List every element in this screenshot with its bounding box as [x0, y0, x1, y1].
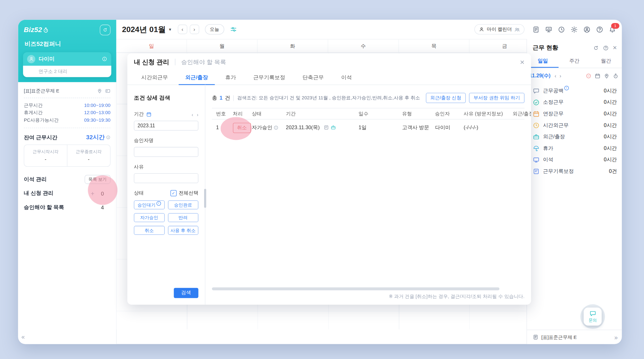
minus-circle-icon[interactable] — [586, 73, 591, 79]
sidebar-item-away-management[interactable]: 이석 관리 목록 보기 — [24, 173, 111, 186]
today-button[interactable]: 오늘 — [205, 24, 224, 35]
next-day-icon[interactable]: › — [559, 73, 561, 79]
search-button[interactable]: 검색 — [174, 288, 198, 298]
sync-button[interactable] — [100, 25, 110, 35]
dashboard-icon[interactable] — [545, 25, 552, 33]
cancel-button[interactable]: 취소 — [233, 123, 251, 133]
info-icon[interactable] — [274, 125, 279, 130]
cell-no: 1 — [216, 125, 233, 130]
delegate-authority-button[interactable]: 부서장 권한 위임 하기 — [469, 93, 524, 103]
help-icon[interactable] — [596, 25, 603, 33]
note-icon — [533, 168, 540, 175]
stat-label: 외근/출장 — [543, 133, 565, 140]
location-pin-icon[interactable] — [97, 88, 102, 94]
board-list-icon[interactable] — [532, 25, 540, 33]
select-all-checkbox[interactable]: ✓ 전체선택 — [170, 190, 198, 196]
bell-icon[interactable]: 1 — [609, 25, 616, 33]
status-canceled-after-use-button[interactable]: 사용 후 취소 — [168, 226, 198, 235]
record-icon[interactable] — [324, 124, 329, 130]
period-next-icon[interactable]: › — [197, 112, 198, 117]
prev-day-icon[interactable]: ‹ — [555, 73, 556, 79]
filter-sliders-icon[interactable] — [230, 26, 237, 33]
timer-icon[interactable] — [613, 73, 619, 79]
approver-input[interactable] — [134, 147, 198, 157]
horizontal-scrollbar[interactable] — [212, 287, 499, 290]
tab-away[interactable]: 이석 — [335, 71, 358, 85]
inquiry-label: 문의 — [589, 318, 597, 323]
period-input[interactable] — [134, 121, 198, 130]
collapse-panel-icon[interactable]: » — [614, 334, 618, 340]
away-management-label: 이석 관리 — [24, 176, 47, 183]
profile-icon[interactable] — [583, 25, 591, 33]
sidebar-item-approvals[interactable]: 승인해야 할 목록 4 — [24, 200, 111, 214]
panel-footer: [표]표준근무제 E » — [527, 330, 622, 344]
clock-box: 근무시작시각 - 근무종료시각 - — [24, 145, 111, 167]
info-icon[interactable] — [102, 56, 107, 62]
stat-label: 휴가 — [543, 145, 553, 152]
inquiry-button[interactable]: 문의 — [584, 307, 602, 325]
my-calendar-button[interactable]: 마이 캘린더 — [475, 24, 525, 35]
status-canceled-button[interactable]: 취소 — [134, 226, 164, 235]
month-dropdown-caret-icon[interactable]: ▼ — [168, 27, 172, 31]
modal-subtitle: 승인해야 할 목록 — [181, 58, 520, 66]
table-header: 번호 처리 상태 기간 일수 유형 승인자 사유 (방문지정보) 외근/출장 — [212, 108, 525, 120]
stat-value: 0시간 — [604, 87, 617, 94]
people-icon — [514, 26, 520, 32]
tab-weekly[interactable]: 주간 — [558, 55, 590, 68]
total-count: 총 1 건 — [212, 94, 230, 102]
table-row[interactable]: 1 취소 자가승인 2023.11.30(목) 1일 고객사 방문 — [212, 119, 525, 136]
reason-input[interactable] — [134, 173, 198, 183]
weekday-fri: 금 — [469, 39, 527, 52]
id-card-icon[interactable] — [105, 88, 110, 94]
refresh-icon[interactable] — [593, 45, 599, 51]
request-business-trip-button[interactable]: 외근/출장 신청 — [426, 93, 466, 103]
tab-business-trip[interactable]: 외근/출장 — [179, 71, 214, 85]
info-icon[interactable] — [106, 135, 110, 140]
stat-label: 이석 — [543, 156, 553, 163]
collapse-sidebar-icon[interactable]: « — [21, 333, 25, 340]
close-icon[interactable]: × — [613, 44, 617, 51]
location-pin-icon[interactable] — [604, 73, 609, 79]
prev-month-button[interactable]: ‹ — [178, 25, 187, 34]
divider — [234, 95, 234, 101]
briefcase-icon[interactable] — [330, 124, 336, 130]
panel-footer-policy: [표]표준근무제 E — [541, 334, 577, 340]
next-month-button[interactable]: › — [190, 25, 199, 34]
stat-value: 0시간 — [604, 99, 617, 106]
tab-monthly[interactable]: 월간 — [590, 55, 622, 68]
status-rejected-button[interactable]: 반려 — [168, 213, 198, 222]
weekday-mon: 월 — [187, 39, 258, 52]
tab-daily[interactable]: 일일 — [527, 55, 559, 68]
view-list-button[interactable]: 목록 보기 — [85, 175, 110, 184]
user-card: 다이미 연구소 2 대리 — [23, 52, 111, 77]
tab-reduced-work[interactable]: 단축근무 — [296, 71, 330, 85]
help-icon[interactable] — [603, 45, 608, 51]
status-self-approved-button[interactable]: 자가승인 — [134, 213, 164, 222]
status-approved-button[interactable]: 승인완료 — [168, 200, 198, 209]
work-time-row: 근무시간 10:00~19:00 — [24, 102, 111, 109]
status-pending-label: 승인대기 — [137, 202, 155, 208]
sidebar-item-my-requests[interactable]: 내 신청 관리 + 0 — [24, 186, 111, 200]
my-requests-count: 0 — [101, 190, 104, 196]
chat-fab: 문의 — [580, 304, 605, 329]
request-list-panel: 총 1 건 검색조건: 모든 승인대기 건 및 2023년 11월 , 승인완료… — [205, 85, 531, 305]
calendar-icon[interactable] — [595, 73, 600, 79]
calendar-toggle-icon[interactable] — [146, 112, 152, 117]
close-icon[interactable]: × — [520, 58, 525, 66]
stat-label: 연장근무 — [543, 110, 564, 117]
gear-icon[interactable] — [570, 25, 578, 33]
status-label-row: 상태 ✓ 전체선택 — [134, 190, 198, 196]
tab-record-correction[interactable]: 근무기록보정 — [247, 71, 292, 85]
info-icon[interactable]: i — [564, 86, 569, 90]
user-name: 다이미 — [39, 55, 99, 63]
clock-icon[interactable] — [558, 25, 565, 33]
tab-overtime[interactable]: 시간외근무 — [135, 71, 175, 85]
status-pending-button[interactable]: 승인대기i — [134, 200, 164, 209]
work-end-label: 근무종료시각 — [76, 149, 102, 155]
add-request-icon[interactable]: + — [91, 190, 94, 197]
cell-reason: (-/-/-/-) — [464, 125, 513, 130]
col-approver: 승인자 — [435, 110, 464, 117]
period-prev-icon[interactable]: ‹ — [192, 112, 193, 117]
tab-vacation[interactable]: 휴가 — [219, 71, 243, 85]
reason-label-row: 사유 — [134, 163, 198, 170]
